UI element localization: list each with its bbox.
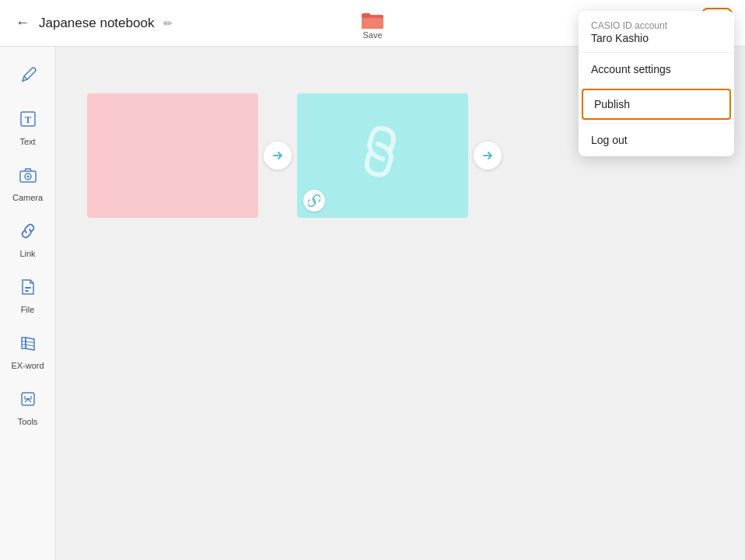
account-settings-button[interactable]: Account settings [579,53,734,86]
link-icon [18,221,38,246]
notebook-title: Japanese notebook [39,16,154,31]
card-link-icon [338,109,427,202]
arrow-circle-2 [474,142,502,170]
edit-icon[interactable]: ✏ [163,17,173,30]
svg-line-17 [26,341,34,343]
sidebar-item-camera[interactable]: Camera [6,159,50,208]
sidebar-item-tools[interactable]: Tools [6,383,50,432]
sidebar-link-label: Link [19,249,35,258]
sidebar-item-pen[interactable] [6,59,50,96]
sidebar: T Text Camera [0,47,56,560]
sidebar-item-text[interactable]: T Text [6,103,50,152]
save-button[interactable]: Save [360,7,385,40]
save-label: Save [362,30,382,40]
sidebar-exword-label: EX-word [11,361,44,370]
sidebar-item-exword[interactable]: EX-word [6,327,50,376]
svg-rect-14 [25,290,29,292]
dropdown-account-name: Taro Kashio [591,32,722,44]
camera-icon [18,165,38,190]
sidebar-camera-label: Camera [12,193,43,202]
file-icon [18,277,38,302]
card-pink[interactable] [87,93,258,218]
card-arrow-2 [468,142,507,170]
logout-button[interactable]: Log out [579,124,734,156]
dropdown-account: CASIO ID account Taro Kashio [579,11,734,53]
sidebar-file-label: File [21,305,35,314]
dropdown-menu: CASIO ID account Taro Kashio Account set… [579,11,734,156]
header-left: ← Japanese notebook ✏ [12,12,173,34]
svg-rect-2 [362,18,383,29]
back-button[interactable]: ← [12,12,33,34]
card-arrow-1 [258,142,297,170]
sidebar-text-label: Text [19,137,35,146]
publish-button[interactable]: Publish [582,89,731,120]
card-link-badge[interactable] [303,190,325,212]
tools-icon [18,389,38,414]
sidebar-item-link[interactable]: Link [6,215,50,264]
sidebar-tools-label: Tools [18,417,38,426]
sidebar-item-file[interactable]: File [6,271,50,320]
pen-icon [18,65,38,90]
svg-point-12 [26,176,29,178]
card-cyan[interactable] [297,93,468,218]
exword-icon [18,333,38,358]
svg-text:T: T [24,114,31,125]
dropdown-account-id: CASIO ID account [591,20,722,31]
header-center: Save [360,7,385,40]
arrow-circle-1 [264,142,292,170]
text-icon: T [18,109,38,134]
svg-line-18 [26,345,34,346]
svg-rect-13 [25,287,31,289]
svg-point-20 [26,398,29,401]
